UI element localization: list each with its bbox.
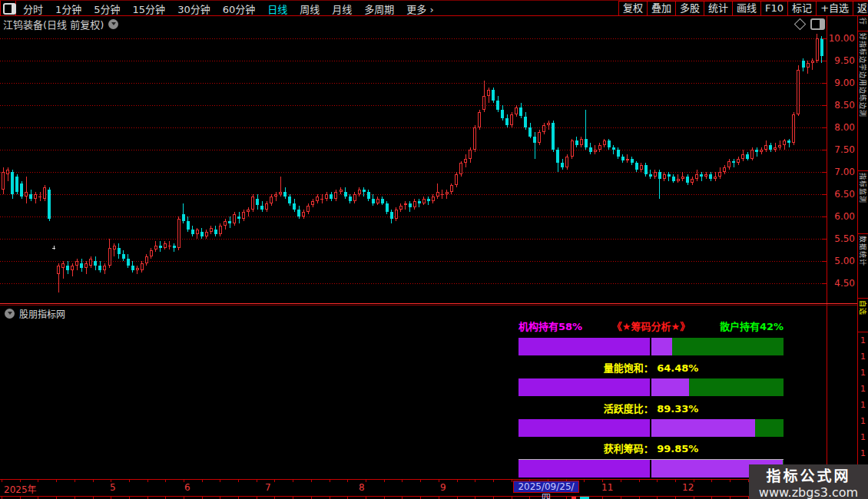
period-menu-item[interactable]: 60分钟: [223, 2, 256, 16]
strip-tab[interactable]: 指标监测: [858, 171, 868, 234]
strip-tab[interactable]: 数据统计: [858, 234, 868, 299]
candle-wick: [248, 207, 249, 216]
candle: [48, 190, 51, 219]
candle: [260, 206, 263, 210]
x-axis-tick: [730, 480, 731, 482]
toolbar-button-标记[interactable]: 标记: [787, 1, 817, 16]
candle-wick: [405, 201, 406, 210]
chevron-down-icon[interactable]: [108, 19, 118, 29]
x-axis-tick: [147, 480, 148, 482]
toolbar-button-叠加[interactable]: 叠加: [647, 1, 676, 16]
toolbar-button-+自选[interactable]: +自选: [816, 1, 853, 16]
candle: [482, 96, 485, 109]
candle: [640, 165, 643, 170]
candle: [164, 243, 167, 248]
panel-divider[interactable]: [0, 303, 857, 304]
candle-wick: [668, 172, 669, 181]
candle: [256, 199, 259, 206]
price-label: 9.00: [828, 78, 855, 88]
x-axis-tick: [330, 480, 330, 482]
bar-midline: [650, 338, 651, 355]
watermark: 指标公式网 www.zbgs3.com: [749, 464, 868, 499]
price-label: 7.50: [828, 144, 855, 155]
trading-app: { "toolbar": { "menu": ["分时","1分钟","5分钟"…: [0, 0, 868, 499]
strip-tab[interactable]: 好指标边学边用边练边测: [858, 31, 868, 171]
period-menu-item[interactable]: 30分钟: [177, 2, 210, 16]
x-axis-label: 9: [440, 482, 446, 493]
toolbar-button-F10[interactable]: F10: [760, 1, 788, 16]
candle: [367, 192, 370, 199]
x-axis-tick: [493, 480, 494, 482]
period-menu-item[interactable]: 月线: [332, 2, 352, 16]
price-label: 6.00: [828, 211, 855, 222]
chip-header-row: 机构持有58%《★筹码分析★》散户持有42%: [518, 319, 784, 333]
price-tick: [822, 216, 827, 217]
candle-wick: [276, 192, 277, 201]
x-axis-tick: [439, 480, 439, 482]
candle: [691, 179, 694, 183]
period-menu-item[interactable]: 5分钟: [94, 2, 120, 16]
x-axis-tick: [621, 480, 621, 482]
candle: [510, 114, 513, 126]
candle: [6, 170, 9, 174]
candle: [677, 179, 680, 181]
toolbar-button-返回[interactable]: 返回: [853, 1, 868, 16]
period-menu-item[interactable]: 周线: [300, 2, 320, 16]
candle: [108, 248, 111, 266]
chip-bar: [518, 419, 784, 437]
candle: [478, 112, 481, 127]
candle: [344, 192, 347, 197]
diamond-icon[interactable]: [794, 18, 807, 31]
x-axis-tick: [202, 480, 203, 482]
x-axis-tick: [238, 496, 239, 499]
x-axis-tick: [621, 496, 621, 499]
strip-tab[interactable]: 行情: [858, 16, 868, 31]
period-menu-item[interactable]: 多周期: [364, 2, 394, 16]
x-axis-tick: [529, 496, 530, 499]
candle: [224, 221, 227, 226]
candle: [427, 199, 430, 201]
x-axis-tick: [639, 480, 640, 482]
toolbar-button-画线[interactable]: 画线: [732, 1, 761, 16]
candle-wick: [363, 187, 364, 197]
x-axis-label: 2025年: [4, 482, 37, 495]
candle: [626, 159, 629, 161]
period-menu-item[interactable]: 1分钟: [55, 2, 81, 16]
x-axis-tick: [311, 496, 312, 499]
price-label: 6.50: [828, 189, 855, 200]
layout-toggle-button[interactable]: [0, 1, 16, 16]
toolbar-button-统计[interactable]: 统计: [704, 1, 733, 16]
panel-layout-icon[interactable]: [810, 18, 825, 30]
candle: [797, 70, 800, 114]
candle: [556, 150, 559, 163]
bar-midline: [650, 460, 651, 478]
toolbar-button-多股[interactable]: 多股: [675, 1, 704, 16]
candle-wick: [701, 172, 702, 181]
candle: [316, 197, 319, 201]
candle: [603, 140, 606, 145]
candle: [265, 203, 268, 210]
chip-analysis-panel: 机构持有58%《★筹码分析★》散户持有42%量能饱和： 64.48%活跃度比： …: [0, 315, 857, 479]
candlestick-chart[interactable]: [0, 31, 827, 304]
x-axis-label: 12: [682, 482, 694, 493]
bar-purple2-segment: [650, 378, 689, 396]
candle: [2, 172, 5, 190]
top-right-icons: [796, 18, 825, 30]
price-label: 8.00: [828, 122, 855, 133]
strip-tab[interactable]: 自选: [858, 299, 868, 332]
candle: [103, 266, 106, 270]
period-menu-item[interactable]: 15分钟: [133, 2, 166, 16]
candle: [150, 250, 153, 257]
toolbar-button-复权[interactable]: 复权: [618, 1, 648, 16]
candle: [746, 154, 749, 159]
candle: [792, 114, 795, 144]
candle: [330, 194, 333, 199]
period-menu-item[interactable]: 更多 ›: [406, 2, 433, 16]
period-menu-item[interactable]: 分时: [23, 2, 43, 16]
candle: [635, 163, 638, 170]
price-tick: [822, 239, 827, 240]
candle: [755, 150, 758, 152]
x-axis-tick: [657, 496, 658, 499]
candle: [363, 190, 366, 192]
period-menu-item[interactable]: 日线: [267, 2, 287, 16]
